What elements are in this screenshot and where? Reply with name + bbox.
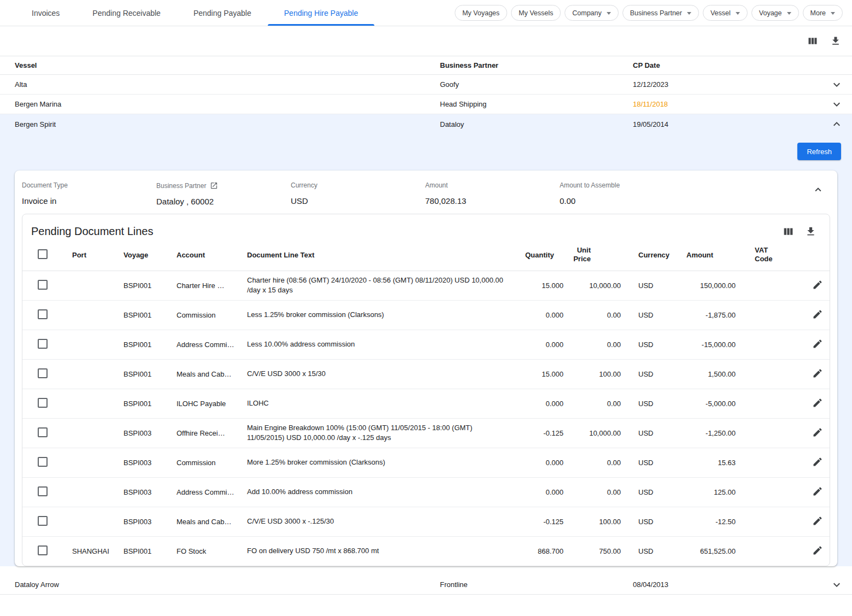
currency-cell: USD (625, 448, 686, 477)
document-line-row: BSPI003 Commission More 1.25% broker com… (22, 448, 830, 477)
vat-code-cell (740, 300, 798, 330)
tab-pending-receivable[interactable]: Pending Receivable (76, 0, 177, 26)
edit-line-button[interactable] (812, 456, 823, 467)
amount-cell: -5,000.00 (686, 389, 740, 418)
chevron-down-icon (787, 12, 791, 15)
filter-chip-business-partner[interactable]: Business Partner (622, 5, 699, 21)
edit-line-button[interactable] (812, 368, 823, 379)
currency-cell: USD (625, 536, 686, 566)
edit-line-button[interactable] (812, 427, 823, 438)
row-checkbox[interactable] (38, 339, 48, 349)
unit-price-cell: 750.00 (568, 536, 625, 566)
chevron-down-icon (830, 578, 843, 591)
download-button[interactable] (830, 36, 841, 46)
expand-row-button[interactable] (830, 78, 843, 91)
row-checkbox[interactable] (38, 398, 48, 408)
lines-columns-button[interactable] (783, 226, 794, 237)
select-all-checkbox[interactable] (38, 249, 48, 259)
tab-pending-payable[interactable]: Pending Payable (177, 0, 268, 26)
amount-cell: 651,525.00 (686, 536, 740, 566)
edit-line-button[interactable] (812, 397, 823, 408)
vessel-row-bergen-marina[interactable]: Bergen Marina Head Shipping 18/11/2018 (0, 95, 852, 114)
quantity-cell: 0.000 (525, 389, 568, 418)
expand-row-button[interactable] (830, 98, 843, 111)
row-checkbox[interactable] (38, 427, 48, 437)
row-checkbox[interactable] (38, 368, 48, 378)
edit-pencil-icon (812, 338, 823, 349)
filter-chip-my-voyages[interactable]: My Voyages (455, 5, 507, 21)
port-cell (72, 330, 124, 359)
edit-line-button[interactable] (812, 309, 823, 320)
vessel-row-alta[interactable]: Alta Goofy 12/12/2023 (0, 75, 852, 95)
port-cell (72, 300, 124, 330)
header-amount: Amount (686, 239, 740, 271)
account-cell: Meals and Cab… (177, 507, 247, 536)
filter-chip-my-vessels[interactable]: My Vessels (511, 5, 561, 21)
filter-chip-voyage[interactable]: Voyage (751, 5, 799, 21)
open-in-new-icon (210, 181, 218, 190)
header-cp-date: CP Date (633, 61, 821, 69)
amount-cell: 15.63 (686, 448, 740, 477)
vat-code-cell (740, 536, 798, 566)
vat-code-cell (740, 389, 798, 418)
field-amount-to-assemble: Amount to Assemble 0.00 (560, 181, 620, 206)
filter-chip-vessel[interactable]: Vessel (703, 5, 748, 21)
filter-chip-company[interactable]: Company (565, 5, 619, 21)
edit-line-button[interactable] (812, 545, 823, 556)
pending-lines-table: Port Voyage Account Document Line Text Q… (22, 239, 830, 566)
collapse-document-button[interactable] (812, 184, 824, 196)
columns-button[interactable] (807, 36, 818, 46)
row-checkbox[interactable] (38, 280, 48, 290)
row-checkbox[interactable] (38, 457, 48, 467)
row-checkbox[interactable] (38, 516, 48, 526)
tab-bar: Invoices Pending Receivable Pending Paya… (15, 0, 374, 26)
chip-label: Company (572, 9, 602, 17)
vessel-table-toolbar (0, 26, 852, 56)
field-label: Document Type (22, 181, 156, 189)
expand-row-button[interactable] (830, 578, 843, 591)
edit-line-button[interactable] (812, 486, 823, 497)
account-cell: Charter Hire … (177, 271, 247, 300)
row-checkbox[interactable] (38, 486, 48, 496)
voyage-cell: BSPI001 (124, 330, 177, 359)
tab-invoices[interactable]: Invoices (15, 0, 76, 26)
edit-pencil-icon (812, 279, 823, 290)
refresh-row: Refresh (0, 134, 852, 160)
filter-chip-more[interactable]: More (803, 5, 843, 21)
port-cell (72, 359, 124, 389)
field-amount: Amount 780,028.13 (425, 181, 560, 206)
account-cell: Commission (177, 300, 247, 330)
refresh-button[interactable]: Refresh (797, 143, 841, 160)
field-value: Dataloy , 60002 (156, 197, 291, 206)
edit-line-button[interactable] (812, 515, 823, 526)
header-unit-price: Unit Price (568, 239, 625, 271)
filter-chip-bar: My Voyages My Vessels Company Business P… (455, 5, 843, 21)
vat-code-cell (740, 330, 798, 359)
header-quantity: Quantity (525, 239, 568, 271)
port-cell: SHANGHAI (72, 536, 124, 566)
chevron-up-icon (812, 184, 824, 196)
vessel-row-dataloy-arrow[interactable]: Dataloy Arrow Frontline 08/04/2013 (0, 575, 852, 595)
quantity-cell: -0.125 (525, 418, 568, 448)
open-business-partner-link[interactable] (210, 181, 218, 190)
vessel-row-bergen-spirit[interactable]: Bergen Spirit Dataloy 19/05/2014 (0, 114, 852, 134)
edit-line-button[interactable] (812, 279, 823, 290)
chevron-down-icon (736, 12, 740, 15)
unit-price-cell: 10,000.00 (568, 418, 625, 448)
row-checkbox[interactable] (38, 309, 48, 319)
edit-line-button[interactable] (812, 338, 823, 349)
download-icon (830, 36, 841, 46)
document-line-text-cell: C/V/E USD 3000 x -.125/30 (247, 507, 525, 536)
vessel-table: Vessel Business Partner CP Date Alta Goo… (0, 56, 852, 595)
edit-pencil-icon (812, 515, 823, 526)
field-business-partner: Business Partner Dataloy , 60002 (156, 181, 291, 206)
voyage-cell: BSPI003 (124, 477, 177, 507)
tab-pending-hire-payable[interactable]: Pending Hire Payable (268, 0, 374, 26)
collapse-row-button[interactable] (830, 118, 843, 131)
row-checkbox[interactable] (38, 545, 48, 555)
port-cell (72, 477, 124, 507)
port-cell (72, 507, 124, 536)
port-cell (72, 448, 124, 477)
lines-download-button[interactable] (805, 226, 816, 237)
amount-cell: 125.00 (686, 477, 740, 507)
